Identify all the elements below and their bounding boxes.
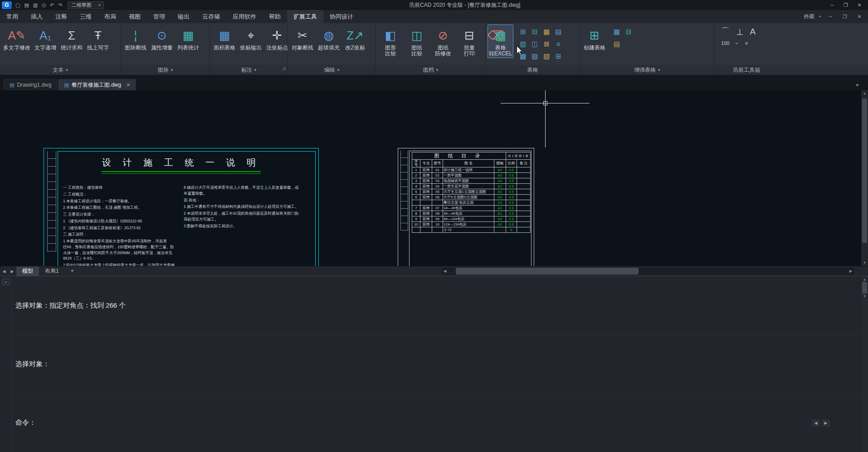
ribbon-tab[interactable]: 管理: [147, 10, 171, 23]
etable-merge-icon[interactable]: ⊟: [623, 25, 634, 38]
minimize-button[interactable]: ─: [825, 0, 839, 10]
command-scroll-thumb[interactable]: [862, 282, 867, 294]
add-column-icon[interactable]: ▥: [517, 38, 529, 50]
layout-scroll-right-icon[interactable]: ▶: [8, 269, 16, 274]
panel-footer-toolbox[interactable]: 浩辰工具箱: [715, 65, 868, 75]
ribbon-tab[interactable]: 帮助: [263, 10, 287, 23]
add-layout-button[interactable]: +: [65, 266, 80, 276]
sheet-protect-button[interactable]: ⊘ 图纸 防修改: [430, 25, 456, 58]
layout-scroll-left-icon[interactable]: ◀: [0, 269, 8, 274]
panel-footer-table[interactable]: 表格: [486, 65, 580, 75]
maximize-button[interactable]: ❐: [839, 0, 853, 10]
scroll-up-icon[interactable]: ▲: [863, 278, 866, 281]
scroll-down-icon[interactable]: ▼: [863, 260, 866, 266]
delete-row-icon[interactable]: ◫: [529, 38, 541, 50]
text-tool-icon[interactable]: A: [750, 27, 756, 37]
tab-layout1[interactable]: 布局1: [39, 266, 65, 276]
merge-cells-icon[interactable]: ⊟: [529, 25, 541, 38]
split-cell-icon[interactable]: ▦: [541, 25, 552, 38]
doc-tab-active[interactable]: ▤ 餐厅装修施工图.dwg ✕: [58, 79, 136, 90]
etable-text-icon[interactable]: ▤: [611, 38, 623, 50]
delete-column-icon[interactable]: ⊠: [541, 38, 552, 50]
app-logo-icon[interactable]: G: [2, 1, 12, 9]
close-button[interactable]: ✕: [853, 0, 866, 10]
annotate-coordinate-button[interactable]: ✛ 注坐标点: [264, 25, 290, 52]
multi-text-edit-button[interactable]: A✎ 多文字修改: [2, 25, 32, 52]
appearance-menu[interactable]: 外观: [804, 13, 814, 20]
save-icon[interactable]: ▥: [33, 2, 38, 8]
ribbon-tab[interactable]: 布局: [98, 10, 122, 23]
list-tool-icon[interactable]: ≡: [745, 40, 748, 46]
ribbon-tab[interactable]: 插入: [24, 10, 49, 23]
change-z-button[interactable]: Z↗ 改Z坐标: [342, 25, 368, 52]
scroll-right-icon[interactable]: ▶: [847, 269, 854, 273]
scale-100-icon[interactable]: 100: [721, 40, 729, 46]
super-hatch-button[interactable]: ◍ 超级填充: [316, 25, 341, 52]
command-prev-icon[interactable]: ◀: [812, 420, 819, 426]
doc-tab-drawing1[interactable]: ▤ Drawing1.dwg: [4, 79, 57, 90]
redo-icon[interactable]: ↷: [58, 2, 62, 8]
block-break-button[interactable]: ¦ 图块断线: [123, 25, 148, 52]
list-statistics-button[interactable]: ▦ 列表统计: [176, 25, 201, 52]
new-file-icon[interactable]: ▢: [15, 2, 20, 8]
horizontal-scrollbar[interactable]: ◀ ▶: [441, 267, 854, 275]
text-increment-button[interactable]: A₁ 文字递增: [33, 25, 58, 52]
text-on-line-button[interactable]: Ŧ 线上写字: [85, 25, 111, 52]
insert-table-icon[interactable]: ⊞: [517, 25, 529, 38]
add-row-icon[interactable]: ▤: [552, 25, 564, 38]
perpendicular-tool-icon[interactable]: ⊥: [736, 27, 744, 37]
tab-model[interactable]: 模型: [16, 266, 39, 276]
print-icon[interactable]: ⎙: [42, 2, 46, 8]
panel-footer-block[interactable]: 图块▾: [121, 65, 210, 75]
object-break-button[interactable]: ✂ 对象断线: [290, 25, 315, 52]
ribbon-tab[interactable]: 注释: [49, 10, 73, 23]
tab-overflow-button[interactable]: ▸: [856, 82, 859, 88]
batch-print-button[interactable]: ⊟ 批量 打印: [457, 25, 482, 58]
ribbon-tab[interactable]: 视图: [122, 10, 147, 23]
ribbon-tab[interactable]: 输出: [171, 10, 196, 23]
corner-tool-icon[interactable]: ⌐: [736, 40, 738, 46]
scroll-down-icon[interactable]: ▼: [863, 295, 866, 298]
vertical-scrollbar[interactable]: ▲ ▼: [861, 90, 868, 266]
table-edit-icon[interactable]: ▩: [517, 50, 529, 62]
workspace-selector[interactable]: 二维草图 ▾: [68, 1, 104, 9]
command-prompt-icon[interactable]: »: [2, 279, 10, 285]
arc-tool-icon[interactable]: ⌒: [721, 26, 730, 38]
panel-footer-dim[interactable]: 标注▾ ◿: [210, 65, 288, 75]
attribute-increment-button[interactable]: ⊙ 属性增量: [149, 25, 175, 52]
vertical-scroll-thumb[interactable]: [862, 98, 867, 243]
create-table-button[interactable]: ⊞ 创建表格: [582, 25, 607, 52]
table-export-icon[interactable]: ⊞: [552, 50, 564, 62]
open-file-icon[interactable]: ▤: [24, 2, 29, 8]
sum-statistics-button[interactable]: Σ 统计求和: [59, 25, 84, 52]
panel-footer-doc[interactable]: 图档▾: [376, 65, 485, 75]
scroll-left-icon[interactable]: ◀: [441, 269, 449, 273]
ribbon-tab[interactable]: 扩展工具: [287, 10, 323, 23]
coordinate-output-button[interactable]: ⌖ 坐标输出: [238, 25, 263, 52]
close-tab-icon[interactable]: ✕: [126, 82, 130, 88]
ribbon-tab[interactable]: 云存储: [196, 10, 226, 23]
dialog-launcher-icon[interactable]: ◿: [282, 64, 285, 73]
drawing-canvas[interactable]: 设 计 施 工 统 一 说 明 一 工程类别：建筑装饰二 工程概况：1 本装修工…: [0, 90, 868, 266]
sheet-compare-button[interactable]: ◫ 图纸 比较: [404, 25, 429, 58]
panel-footer-text[interactable]: 文本▾: [0, 65, 121, 75]
equal-rows-icon[interactable]: ≡: [552, 38, 564, 50]
ribbon-tab[interactable]: 三维: [73, 10, 98, 23]
ribbon-tab[interactable]: 常用: [0, 10, 24, 23]
doc-minimize-button[interactable]: ─: [825, 12, 835, 21]
ribbon-tab[interactable]: 应用软件: [226, 10, 263, 23]
command-scrollbar[interactable]: ▲ ▼: [861, 276, 868, 452]
table-align-icon[interactable]: ▧: [541, 50, 552, 62]
command-input-line[interactable]: 命令： ◀ ▶: [12, 393, 861, 452]
panel-footer-edit[interactable]: 编辑▾: [288, 65, 375, 75]
table-fill-icon[interactable]: ▨: [529, 50, 541, 62]
area-table-button[interactable]: ▦ 面积表格: [212, 25, 237, 52]
horizontal-scroll-thumb[interactable]: [456, 268, 639, 275]
drawing-compare-button[interactable]: ◧ 图形 比较: [378, 25, 403, 58]
scroll-up-icon[interactable]: ▲: [863, 90, 866, 97]
doc-close-button[interactable]: ✕: [854, 12, 864, 21]
ribbon-tab[interactable]: 协同设计: [323, 10, 360, 23]
etable-cell-icon[interactable]: ▦: [611, 25, 623, 38]
panel-footer-etable[interactable]: 增强表格▾: [580, 65, 714, 75]
command-next-icon[interactable]: ▶: [822, 420, 829, 426]
